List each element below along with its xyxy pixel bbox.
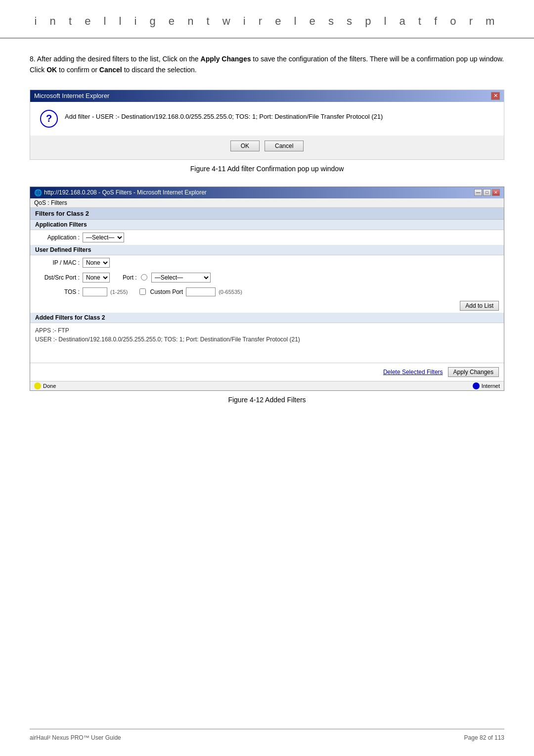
status-left: Done <box>34 382 56 389</box>
dialog-question-icon: ? <box>40 110 58 128</box>
status-bar: Done Internet <box>30 381 504 390</box>
browser-close-button[interactable]: ✕ <box>492 189 500 196</box>
dialog-ok-button[interactable]: OK <box>230 141 260 151</box>
add-to-list-row: Add to List <box>30 299 504 313</box>
user-filters-label: User Defined Filters <box>35 246 91 253</box>
header-title: i n t e l l i g e n t w i r e l e s s p … <box>30 15 504 28</box>
browser-icon: 🌐 <box>34 189 42 196</box>
ip-mac-select[interactable]: None <box>83 258 110 268</box>
user-filters-header: User Defined Filters <box>30 245 504 255</box>
page-header: i n t e l l i g e n t w i r e l e s s p … <box>0 0 534 39</box>
browser-menu: QoS : Filters <box>30 198 504 208</box>
app-filters-label: Application Filters <box>35 221 87 228</box>
browser-title: http://192.168.0.208 - QoS Filters - Mic… <box>44 189 207 196</box>
added-filters-header: Added Filters for Class 2 <box>30 313 504 323</box>
step-number: 8. <box>30 55 36 63</box>
browser-window: 🌐 http://192.168.0.208 - QoS Filters - M… <box>30 187 504 391</box>
step-bold3: Cancel <box>99 66 122 74</box>
dialog-cancel-button[interactable]: Cancel <box>265 141 304 151</box>
window-controls: — □ ✕ <box>474 189 500 196</box>
added-filters-area: APPS :- FTP USER :- Destination/192.168.… <box>30 323 504 363</box>
tos-input[interactable] <box>83 287 107 296</box>
delete-selected-filters-link[interactable]: Delete Selected Filters <box>383 369 443 376</box>
step-text4: to discard the selection. <box>122 66 197 74</box>
port-radio[interactable] <box>141 274 147 281</box>
confirmation-dialog: Microsoft Internet Explorer ✕ ? Add filt… <box>30 90 504 160</box>
dst-src-select[interactable]: None <box>83 273 110 283</box>
ip-mac-row: IP / MAC : None <box>30 255 504 270</box>
qos-menu-text: QoS : Filters <box>34 199 67 206</box>
port-select[interactable]: —Select— <box>151 273 211 283</box>
tos-hint: (1-255) <box>110 289 128 295</box>
add-to-list-button[interactable]: Add to List <box>460 301 499 311</box>
dst-src-port-row: Dst/Src Port : None Port : —Select— <box>30 270 504 285</box>
qos-page-content: Filters for Class 2 Application Filters … <box>30 208 504 381</box>
dialog-message: Add filter - USER :- Destination/192.168… <box>65 110 383 120</box>
application-row: Application : —Select— <box>30 230 504 245</box>
dialog-buttons: OK Cancel <box>30 136 504 159</box>
filter-entry-1: APPS :- FTP <box>35 326 499 335</box>
application-select[interactable]: —Select— <box>83 233 124 242</box>
dialog-titlebar: Microsoft Internet Explorer ✕ <box>30 90 504 102</box>
filter-entry-2: USER :- Destination/192.168.0.0/255.255.… <box>35 335 499 344</box>
browser-titlebar-left: 🌐 http://192.168.0.208 - QoS Filters - M… <box>34 189 207 196</box>
step-intro: After adding the desired filters to the … <box>37 55 201 63</box>
filters-for-header: Filters for Class 2 <box>30 208 504 220</box>
custom-port-label: Custom Port <box>150 288 183 295</box>
internet-icon <box>473 382 480 389</box>
page-number: Page 82 of 113 <box>464 734 504 741</box>
internet-text: Internet <box>482 383 500 389</box>
tos-row: TOS : (1-255) Custom Port (0-65535) <box>30 285 504 299</box>
step-text3: to confirm or <box>57 66 99 74</box>
apply-changes-button[interactable]: Apply Changes <box>448 367 499 377</box>
step-text: 8. After adding the desired filters to t… <box>30 53 504 76</box>
tos-label: TOS : <box>35 288 80 295</box>
main-content: 8. After adding the desired filters to t… <box>0 53 534 404</box>
filters-for-label: Filters for Class 2 <box>35 210 89 217</box>
figure1-caption: Figure 4-11 Add filter Confirmation pop … <box>30 165 504 173</box>
app-label: Application : <box>35 234 80 241</box>
app-filters-header: Application Filters <box>30 220 504 230</box>
status-icon <box>34 382 41 389</box>
maximize-button[interactable]: □ <box>483 189 491 196</box>
custom-port-hint: (0-65535) <box>219 289 242 295</box>
step-bold2: OK <box>46 66 57 74</box>
ip-mac-label: IP / MAC : <box>35 259 80 266</box>
dialog-titlebar-left: Microsoft Internet Explorer <box>34 92 109 99</box>
bottom-buttons: Delete Selected Filters Apply Changes <box>30 363 504 381</box>
status-right: Internet <box>473 382 500 389</box>
dialog-close-button[interactable]: ✕ <box>491 92 500 100</box>
status-done-text: Done <box>43 383 56 389</box>
browser-titlebar: 🌐 http://192.168.0.208 - QoS Filters - M… <box>30 187 504 198</box>
dialog-title: Microsoft Internet Explorer <box>34 92 109 99</box>
dst-src-label: Dst/Src Port : <box>35 274 80 281</box>
added-filters-label: Added Filters for Class 2 <box>35 314 105 321</box>
figure2-caption: Figure 4-12 Added Filters <box>30 396 504 404</box>
page-footer: airHaul² Nexus PRO™ User Guide Page 82 o… <box>30 729 504 741</box>
port-label: Port : <box>123 274 137 281</box>
step-bold1: Apply Changes <box>201 55 251 63</box>
minimize-button[interactable]: — <box>474 189 482 196</box>
custom-port-checkbox[interactable] <box>139 288 146 295</box>
dialog-body: ? Add filter - USER :- Destination/192.1… <box>30 102 504 136</box>
custom-port-input[interactable] <box>186 287 216 296</box>
guide-title: airHaul² Nexus PRO™ User Guide <box>30 734 121 741</box>
